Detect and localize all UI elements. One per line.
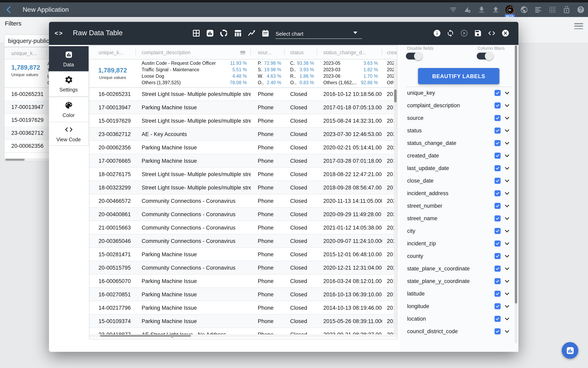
refresh-icon[interactable] xyxy=(446,29,454,37)
scrollbar-thumb[interactable] xyxy=(394,90,396,102)
chart-fab-button[interactable] xyxy=(562,342,578,359)
tab-color[interactable]: Color xyxy=(49,97,89,122)
field-checkbox[interactable] xyxy=(495,291,501,297)
field-checkbox[interactable] xyxy=(495,115,501,121)
field-checkbox[interactable] xyxy=(495,303,501,309)
field-checkbox[interactable] xyxy=(495,253,501,259)
field-checkbox[interactable] xyxy=(495,178,501,184)
ai-logo-icon[interactable]: AI BETA xyxy=(506,5,514,14)
table-row[interactable]: 17-00013947Parking Machine IssuePhoneClo… xyxy=(89,101,397,114)
align-lines-icon[interactable] xyxy=(534,5,542,14)
field-checkbox[interactable] xyxy=(495,190,501,196)
download-icon[interactable] xyxy=(477,5,486,14)
donut-chart-icon[interactable] xyxy=(219,29,228,38)
table-row[interactable]: 17-00076665Parking Machine IssuePhoneClo… xyxy=(89,154,397,168)
back-chevron-icon[interactable] xyxy=(4,5,13,14)
select-chart-dropdown[interactable]: Select chart xyxy=(276,30,362,37)
table-row[interactable]: 20-00365046Community Connections - Coron… xyxy=(89,234,397,248)
line-chart-icon[interactable] xyxy=(247,29,256,38)
bar-chart-icon[interactable] xyxy=(206,29,215,38)
table-row[interactable]: 14-00217796Parking Machine IssuePhoneClo… xyxy=(89,301,397,314)
disable-fields-toggle[interactable] xyxy=(406,53,421,60)
chevron-down-icon[interactable] xyxy=(504,153,510,158)
calendar-icon[interactable] xyxy=(261,29,270,38)
field-checkbox[interactable] xyxy=(495,316,501,322)
chevron-down-icon[interactable] xyxy=(504,253,510,259)
table-row[interactable]: 16-00270851Parking Machine IssuePhoneClo… xyxy=(89,288,397,301)
chevron-down-icon[interactable] xyxy=(504,291,510,296)
chart-settings-icon[interactable] xyxy=(463,5,471,14)
globe-icon[interactable] xyxy=(520,5,528,14)
tab-settings[interactable]: Settings xyxy=(49,71,89,97)
tab-view-code[interactable]: View Code xyxy=(49,122,89,146)
chevron-down-icon[interactable] xyxy=(504,216,510,221)
chevron-down-icon[interactable] xyxy=(504,140,510,146)
table-row[interactable]: 15-00109374Parking Machine IssuePhoneClo… xyxy=(89,314,397,328)
table-row[interactable]: 23-00418877AE Street Light Issue - No Ad… xyxy=(89,328,397,339)
lock-open-icon[interactable] xyxy=(562,5,570,14)
chevron-down-icon[interactable] xyxy=(504,203,510,209)
table-row[interactable]: 18-00323299Street Light Issue- Multiple … xyxy=(89,181,397,194)
table-row[interactable]: 23-00362712AE - Key AccountsPhoneClosed2… xyxy=(89,128,397,141)
field-checkbox[interactable] xyxy=(495,328,501,334)
play-icon[interactable] xyxy=(460,29,468,37)
table-row[interactable]: 16-00065070Parking Machine IssuePhoneClo… xyxy=(89,275,397,288)
field-checkbox[interactable] xyxy=(495,102,501,109)
chevron-down-icon[interactable] xyxy=(504,128,510,133)
chevron-down-icon[interactable] xyxy=(504,103,510,108)
table-row[interactable]: 20-00062356Parking Machine IssuePhoneClo… xyxy=(89,141,397,154)
dots-grid-icon[interactable] xyxy=(548,5,556,14)
chevron-down-icon[interactable] xyxy=(504,304,510,309)
filter-icon[interactable] xyxy=(449,5,457,14)
table-row[interactable]: 15-00281471Parking Machine IssuePhoneClo… xyxy=(89,248,397,261)
scrollbar-thumb[interactable] xyxy=(100,335,191,337)
hamburger-icon[interactable] xyxy=(574,23,583,29)
field-checkbox[interactable] xyxy=(495,228,501,234)
table-grid-icon[interactable] xyxy=(192,29,201,38)
chevron-down-icon[interactable] xyxy=(504,178,510,184)
field-checkbox[interactable] xyxy=(495,140,501,146)
code-icon[interactable] xyxy=(488,29,496,37)
scrollbar-thumb[interactable] xyxy=(5,159,25,161)
table-row[interactable]: 20-00400861Community Connections - Coron… xyxy=(89,208,397,221)
help-icon[interactable] xyxy=(576,5,585,14)
chevron-down-icon[interactable] xyxy=(504,329,510,334)
chevron-down-icon[interactable] xyxy=(504,266,510,271)
table-row[interactable]: 20-00515795Community Connections - Coron… xyxy=(89,261,397,275)
code-toggle-icon[interactable]: <> xyxy=(55,29,63,37)
tab-data[interactable]: Data xyxy=(49,46,89,72)
chevron-down-icon[interactable] xyxy=(504,90,510,96)
table-row[interactable]: 21-00015663Community Connections - Coron… xyxy=(89,221,397,234)
table-row[interactable]: 18-00276175Street Light Issue- Multiple … xyxy=(89,168,397,181)
field-checkbox[interactable] xyxy=(495,128,501,134)
field-checkbox[interactable] xyxy=(495,165,501,171)
chevron-down-icon[interactable] xyxy=(504,316,510,322)
save-icon[interactable] xyxy=(474,29,482,37)
scrollbar-thumb[interactable] xyxy=(515,45,517,304)
chevron-down-icon[interactable] xyxy=(504,278,510,284)
chevron-down-icon[interactable] xyxy=(504,241,510,246)
column-filters-toggle[interactable] xyxy=(477,53,492,60)
column-menu-icon[interactable] xyxy=(240,51,245,54)
chevron-down-icon[interactable] xyxy=(504,165,510,171)
table-row[interactable]: 16-00265231Street Light Issue- Multiple … xyxy=(89,87,397,101)
field-checkbox[interactable] xyxy=(495,266,501,272)
chevron-down-icon[interactable] xyxy=(504,191,510,196)
upload-icon[interactable] xyxy=(491,5,500,14)
info-icon[interactable] xyxy=(433,29,441,37)
close-icon[interactable] xyxy=(501,29,509,37)
field-checkbox[interactable] xyxy=(495,240,501,247)
summary-percent: 1.86 % xyxy=(299,74,314,79)
table-row[interactable]: 20-00466572Community Connections - Coron… xyxy=(89,194,397,208)
field-checkbox[interactable] xyxy=(495,203,501,209)
table-row[interactable]: 15-00197629Street Light Issue- Multiple … xyxy=(89,114,397,128)
field-checkbox[interactable] xyxy=(495,278,501,284)
field-checkbox[interactable] xyxy=(495,90,501,96)
beautify-labels-button[interactable]: BEAUTIFY LABELS xyxy=(418,68,499,84)
column-chart-icon[interactable] xyxy=(234,29,242,38)
table-header-row[interactable]: unique_k... complaint_description sour..… xyxy=(89,46,397,60)
chevron-down-icon[interactable] xyxy=(504,228,510,234)
field-checkbox[interactable] xyxy=(495,153,501,159)
chevron-down-icon[interactable] xyxy=(504,115,510,121)
field-checkbox[interactable] xyxy=(495,215,501,221)
